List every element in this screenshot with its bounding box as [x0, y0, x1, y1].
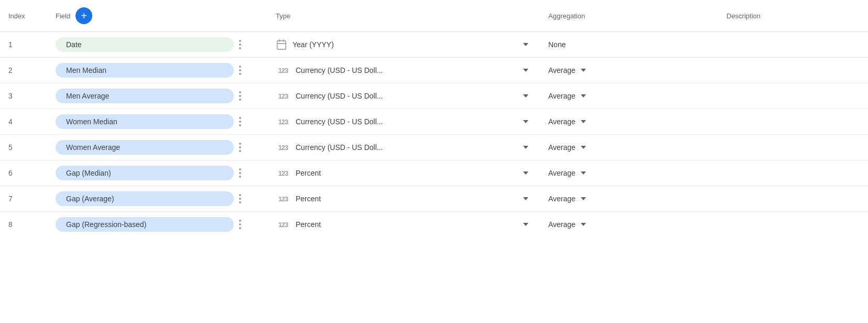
aggregation-text: Average	[548, 169, 576, 177]
cell-index: 5	[0, 135, 47, 160]
cell-field: Men Median	[47, 58, 267, 83]
aggregation-text: None	[548, 40, 566, 49]
field-pill[interactable]: Gap (Average)	[56, 191, 234, 206]
aggregation-text: Average	[548, 143, 576, 152]
chevron-down-icon	[523, 94, 528, 98]
table-row: 4Women Median123Currency (USD - US Doll.…	[0, 109, 868, 135]
cell-description	[718, 109, 868, 135]
cell-description	[718, 32, 868, 58]
type-dropdown-button[interactable]	[520, 93, 531, 99]
chevron-down-icon	[581, 94, 586, 98]
field-options-button[interactable]	[237, 141, 243, 154]
chevron-down-icon	[581, 197, 586, 200]
cell-description	[718, 212, 868, 238]
cell-index: 7	[0, 186, 47, 212]
cell-index: 1	[0, 32, 47, 58]
field-options-button[interactable]	[237, 192, 243, 206]
aggregation-dropdown-button[interactable]	[578, 170, 589, 176]
field-options-button[interactable]	[237, 63, 243, 77]
type-text: Percent	[296, 195, 515, 203]
field-options-button[interactable]	[237, 115, 243, 128]
cell-aggregation: Average	[540, 135, 718, 160]
table-row: 8Gap (Regression-based)123PercentAverage	[0, 212, 868, 238]
cell-aggregation: Average	[540, 212, 718, 238]
table-row: 6Gap (Median)123PercentAverage	[0, 160, 868, 186]
cell-type: 123Currency (USD - US Doll...	[267, 83, 540, 109]
cell-type: 123Percent	[267, 212, 540, 238]
chevron-down-icon	[581, 120, 586, 123]
cell-aggregation: Average	[540, 160, 718, 186]
field-pill[interactable]: Date	[56, 37, 234, 52]
table-row: 3Men Average123Currency (USD - US Doll..…	[0, 83, 868, 109]
field-options-button[interactable]	[237, 38, 243, 51]
chevron-down-icon	[523, 69, 528, 72]
numeric-icon: 123	[276, 144, 290, 152]
cell-aggregation: None	[540, 32, 718, 58]
svg-rect-0	[277, 41, 286, 50]
table-row: 5Women Average123Currency (USD - US Doll…	[0, 135, 868, 160]
field-pill[interactable]: Men Median	[56, 63, 234, 78]
type-dropdown-button[interactable]	[520, 68, 531, 73]
chevron-down-icon	[523, 120, 528, 123]
field-pill[interactable]: Gap (Median)	[56, 166, 234, 180]
chevron-down-icon	[523, 146, 528, 149]
type-dropdown-button[interactable]	[520, 170, 531, 176]
field-options-button[interactable]	[237, 89, 243, 103]
cell-field: Women Average	[47, 135, 267, 160]
field-pill[interactable]: Men Average	[56, 89, 234, 103]
chevron-down-icon	[523, 223, 528, 226]
field-pill[interactable]: Gap (Regression-based)	[56, 217, 234, 232]
numeric-icon: 123	[276, 195, 290, 203]
field-options-button[interactable]	[237, 218, 243, 231]
cell-index: 4	[0, 109, 47, 135]
aggregation-text: Average	[548, 195, 576, 203]
aggregation-dropdown-button[interactable]	[578, 145, 589, 150]
numeric-icon: 123	[276, 67, 290, 74]
table-row: 1Date Year (YYYY)None	[0, 32, 868, 58]
type-dropdown-button[interactable]	[520, 119, 531, 124]
cell-type: 123Currency (USD - US Doll...	[267, 135, 540, 160]
cell-description	[718, 58, 868, 83]
aggregation-text: Average	[548, 66, 576, 74]
chevron-down-icon	[581, 171, 586, 175]
col-header-description: Description	[718, 0, 868, 32]
numeric-icon: 123	[276, 118, 290, 126]
data-table: Index Field + Type Aggregation Descripti…	[0, 0, 868, 323]
table-row: 7Gap (Average)123PercentAverage	[0, 186, 868, 212]
cell-index: 3	[0, 83, 47, 109]
type-dropdown-button[interactable]	[520, 42, 531, 47]
type-text: Year (YYYY)	[292, 40, 515, 49]
numeric-icon: 123	[276, 92, 290, 100]
aggregation-dropdown-button[interactable]	[578, 119, 589, 124]
table-header-row: Index Field + Type Aggregation Descripti…	[0, 0, 868, 32]
field-pill[interactable]: Women Average	[56, 140, 234, 155]
cell-type: 123Currency (USD - US Doll...	[267, 58, 540, 83]
aggregation-text: Average	[548, 117, 576, 126]
aggregation-dropdown-button[interactable]	[578, 93, 589, 99]
type-dropdown-button[interactable]	[520, 222, 531, 227]
cell-description	[718, 160, 868, 186]
type-text: Percent	[296, 220, 515, 229]
cell-aggregation: Average	[540, 83, 718, 109]
cell-description	[718, 186, 868, 212]
col-header-aggregation: Aggregation	[540, 0, 718, 32]
numeric-icon: 123	[276, 221, 290, 229]
cell-field: Gap (Average)	[47, 186, 267, 212]
type-dropdown-button[interactable]	[520, 145, 531, 150]
field-options-button[interactable]	[237, 166, 243, 180]
cell-field: Gap (Regression-based)	[47, 212, 267, 238]
type-dropdown-button[interactable]	[520, 196, 531, 201]
chevron-down-icon	[581, 223, 586, 226]
type-text: Currency (USD - US Doll...	[296, 117, 515, 126]
table-row: 2Men Median123Currency (USD - US Doll...…	[0, 58, 868, 83]
aggregation-dropdown-button[interactable]	[578, 222, 589, 227]
aggregation-dropdown-button[interactable]	[578, 68, 589, 73]
aggregation-dropdown-button[interactable]	[578, 196, 589, 201]
col-header-field: Field +	[47, 0, 267, 32]
cell-aggregation: Average	[540, 58, 718, 83]
field-pill[interactable]: Women Median	[56, 114, 234, 129]
type-text: Percent	[296, 169, 515, 177]
cell-type: Year (YYYY)	[267, 32, 540, 58]
add-field-button[interactable]: +	[75, 7, 92, 24]
type-text: Currency (USD - US Doll...	[296, 143, 515, 152]
